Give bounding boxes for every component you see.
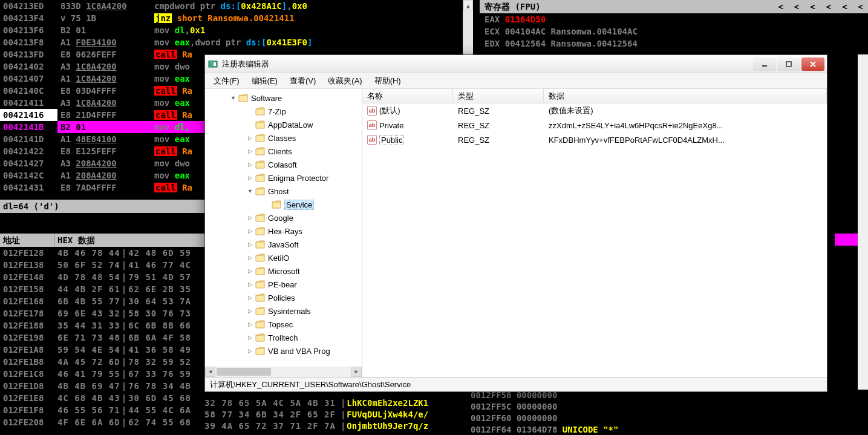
tree-node[interactable]: ▷KetilO — [205, 251, 362, 264]
tree-label[interactable]: Classes — [268, 134, 296, 143]
maximize-button[interactable] — [777, 57, 800, 71]
tree-label[interactable]: 7-Zip — [268, 107, 286, 116]
hex-row[interactable]: 012FE1484D 78 48 54|79 51 4D 57 — [0, 271, 204, 283]
tree-expand-icon[interactable]: ▷ — [246, 321, 254, 329]
hex-row[interactable]: 012FE1D84B 4B 69 47|76 78 34 4B — [0, 380, 204, 392]
tree-expand-icon[interactable]: ▷ — [246, 241, 254, 249]
stack-row[interactable]: 0012FF64 01364D78 UNICODE "*" — [466, 424, 868, 435]
tree-label[interactable]: Sysinternals — [268, 307, 311, 316]
menu-item[interactable]: 编辑(E) — [246, 74, 284, 88]
hex-row[interactable]: 012FE1C846 41 79 55|67 33 76 59 — [0, 368, 204, 380]
hex-data-header[interactable]: HEX 数据 — [54, 234, 204, 247]
tree-node[interactable]: ▷Google — [205, 211, 362, 224]
tree-expand-icon[interactable]: ▷ — [246, 294, 254, 302]
right-scrollbar[interactable] — [858, 54, 868, 397]
menu-item[interactable]: 帮助(H) — [368, 74, 407, 88]
tree-expand-icon[interactable]: ▼ — [246, 188, 254, 195]
col-header-type[interactable]: 类型 — [453, 89, 544, 103]
tree-expand-icon[interactable]: ▷ — [246, 148, 254, 155]
hex-row[interactable]: 012FE1A859 54 4E 54|41 36 58 49 — [0, 344, 204, 356]
tree-node[interactable]: ▼Software — [205, 91, 362, 105]
tree-label[interactable]: Service — [284, 200, 314, 210]
reg-nav-arrow[interactable]: < — [778, 0, 783, 13]
hex-row[interactable]: 012FE18835 44 31 33|6C 6B 8B 66 — [0, 319, 204, 332]
tree-label[interactable]: JavaSoft — [268, 240, 299, 249]
tree-expand-icon[interactable]: ▷ — [246, 134, 254, 142]
tree-node[interactable]: ▷Trolltech — [205, 331, 362, 344]
tree-node[interactable]: ▷Classes — [205, 131, 362, 145]
register-row[interactable]: ECX 004104AC Ransomwa.004104AC — [480, 25, 868, 38]
tree-label[interactable]: Topsec — [268, 320, 293, 329]
hex-row[interactable]: 012FE15844 4B 2F 61|62 6E 2B 35 — [0, 283, 204, 295]
tree-node[interactable]: ▷Enigma Protector — [205, 171, 362, 185]
tree-node[interactable]: AppDataLow — [205, 118, 362, 131]
register-row[interactable]: EAX 01364D50 — [480, 13, 868, 25]
disasm-row[interactable]: 004213F6B2 01mov dl,0x1 — [0, 24, 472, 36]
stack-row[interactable]: 0012FF60 00000000 — [466, 413, 868, 424]
tree-label[interactable]: Hex-Rays — [268, 227, 302, 236]
tree-node[interactable]: Service — [205, 198, 362, 211]
hex-row[interactable]: 012FE1686B 4B 55 77|30 64 53 7A — [0, 295, 204, 307]
tree-node[interactable]: ▷Sysinternals — [205, 304, 362, 318]
hex-row[interactable]: 012FE1F846 55 56 71|44 55 4C 6A — [0, 404, 204, 416]
menu-item[interactable]: 查看(V) — [284, 74, 322, 88]
reg-nav-arrow[interactable]: < — [794, 0, 799, 13]
tree-node[interactable]: ▷Hex-Rays — [205, 224, 362, 238]
tree-label[interactable]: Ghost — [268, 187, 289, 196]
menu-item[interactable]: 文件(F) — [207, 74, 246, 88]
tree-node[interactable]: ▷JavaSoft — [205, 238, 362, 251]
tree-node[interactable]: ▷Microsoft — [205, 264, 362, 278]
tree-label[interactable]: Colasoft — [268, 160, 297, 169]
list-row[interactable]: abPublicREG_SZKFxDBHmYyv+vfFEBPoRtAFwLCF… — [362, 132, 827, 147]
disasm-row[interactable]: 004213F8A1 F0E34100mov eax,dword ptr ds:… — [0, 36, 472, 48]
list-row[interactable]: ab(默认)REG_SZ(数值未设置) — [362, 103, 827, 118]
tree-expand-icon[interactable]: ▷ — [246, 174, 254, 182]
regedit-titlebar[interactable]: 注册表编辑器 — [205, 55, 827, 73]
col-header-data[interactable]: 数据 — [544, 89, 827, 103]
col-header-name[interactable]: 名称 — [362, 89, 453, 103]
tree-node[interactable]: ▷Policies — [205, 291, 362, 304]
tree-label[interactable]: Policies — [268, 293, 295, 303]
tree-label[interactable]: AppDataLow — [268, 120, 313, 129]
tree-node[interactable]: ▼Ghost — [205, 185, 362, 198]
tree-expand-icon[interactable]: ▷ — [246, 281, 254, 289]
tree-label[interactable]: PE-bear — [268, 280, 297, 289]
tree-node[interactable]: ▷Clients — [205, 145, 362, 158]
tree-expand-icon[interactable]: ▷ — [246, 254, 254, 262]
list-row[interactable]: abPrivateREG_SZzzXdmL+zSE4LY+ia4Lw6HPqcs… — [362, 118, 827, 132]
tree-node[interactable]: 7-Zip — [205, 105, 362, 118]
tree-expand-icon[interactable]: ▷ — [246, 347, 254, 355]
tree-expand-icon[interactable]: ▷ — [246, 307, 254, 315]
register-row[interactable]: EDX 00412564 Ransomwa.00412564 — [480, 38, 868, 50]
tree-label[interactable]: KetilO — [268, 253, 289, 263]
tree-expand-icon[interactable] — [246, 108, 254, 116]
tree-label[interactable]: Enigma Protector — [268, 174, 328, 183]
tree-label[interactable]: Clients — [268, 147, 292, 156]
disasm-row[interactable]: 004213F4v 75 1Bjnz short Ransomwa.004214… — [0, 12, 472, 24]
hex-row[interactable]: 012FE1E84C 68 4B 43|30 6D 45 68 — [0, 392, 204, 404]
tree-label[interactable]: Software — [251, 94, 282, 103]
tree-expand-icon[interactable] — [263, 201, 270, 209]
hex-row[interactable]: 012FE17869 6E 43 32|58 30 76 73 — [0, 307, 204, 319]
tree-node[interactable]: ▷Colasoft — [205, 158, 362, 171]
tree-h-scrollbar[interactable]: ◄ ► — [205, 367, 362, 377]
tree-label[interactable]: Google — [268, 214, 293, 223]
tree-expand-icon[interactable]: ▷ — [246, 267, 254, 275]
tree-label[interactable]: VB and VBA Prog — [268, 347, 330, 356]
tree-expand-icon[interactable]: ▷ — [246, 334, 254, 342]
hex-row[interactable]: 012FE1986E 71 73 48|6B 6A 4F 58 — [0, 332, 204, 344]
tree-expand-icon[interactable] — [246, 121, 254, 129]
tree-label[interactable]: Trolltech — [268, 333, 298, 342]
tree-node[interactable]: ▷PE-bear — [205, 278, 362, 291]
reg-nav-arrow[interactable]: < — [826, 0, 831, 13]
hex-row[interactable]: 012FE1284B 46 78 44|42 48 6D 59 — [0, 247, 204, 259]
hex-row[interactable]: 012FE1B84A 45 72 6D|78 32 59 52 — [0, 356, 204, 368]
close-button[interactable] — [801, 57, 824, 71]
tree-expand-icon[interactable]: ▷ — [246, 227, 254, 235]
hex-addr-header[interactable]: 地址 — [0, 234, 54, 247]
minimize-button[interactable] — [753, 57, 776, 71]
stack-row[interactable]: 0012FF5C 00000000 — [466, 401, 868, 413]
tree-expand-icon[interactable]: ▷ — [246, 161, 254, 169]
reg-nav-arrow[interactable]: < — [842, 0, 847, 13]
disasm-row[interactable]: 004213ED833D 1C8A4200cmpdword ptr ds:[0x… — [0, 0, 472, 12]
